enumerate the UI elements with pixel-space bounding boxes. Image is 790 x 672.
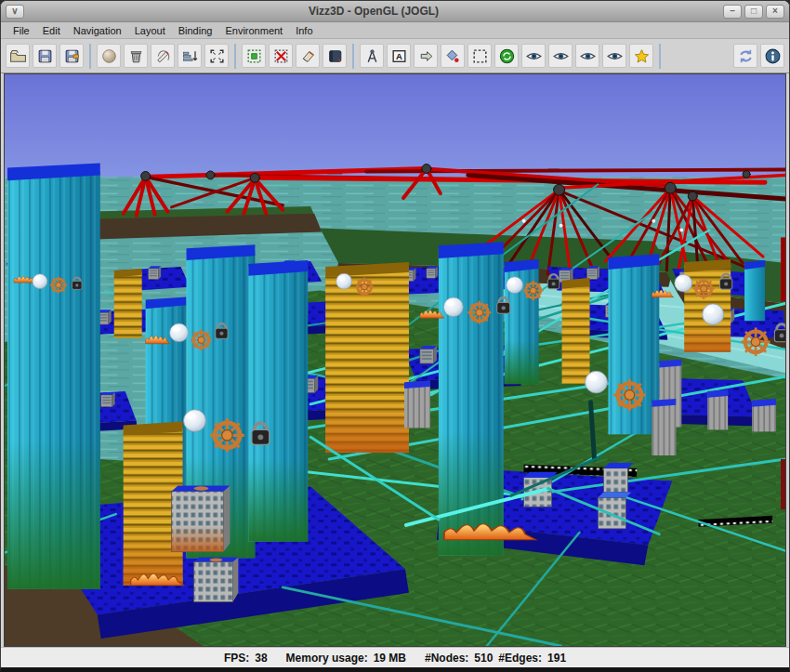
floppy-disk-icon [36, 47, 54, 65]
menu-binding[interactable]: Binding [172, 24, 219, 37]
save-button[interactable] [33, 44, 57, 68]
ship-wheel-gear-icon [467, 301, 491, 324]
sphere-icon [100, 47, 118, 65]
viewport-frame [1, 73, 789, 647]
glass-sphere-icon [184, 410, 206, 432]
ship-wheel-gear-icon [191, 329, 212, 350]
menu-layout[interactable]: Layout [128, 24, 172, 37]
maximize-button[interactable]: □ [744, 5, 763, 19]
paint-button[interactable] [151, 44, 175, 68]
notebook-icon [326, 47, 344, 65]
fit-to-view-button[interactable] [204, 44, 229, 68]
visibility-3-button[interactable] [575, 44, 599, 68]
paintbrush-icon [154, 47, 172, 65]
notebook-button[interactable] [323, 44, 347, 68]
floppy-disk-plus-icon [63, 47, 81, 65]
layers-sort-icon [181, 47, 199, 65]
visibility-4-button[interactable] [602, 44, 626, 68]
trash-icon [127, 47, 145, 65]
ship-wheel-gear-icon [693, 278, 715, 299]
eye-icon [552, 47, 570, 65]
toolbar-separator [659, 44, 661, 69]
folder-open-icon [9, 47, 27, 65]
window-title: Vizz3D - OpenGL (JOGL) [24, 5, 723, 18]
eye-icon [579, 47, 597, 65]
glass-sphere-icon [33, 274, 47, 289]
ship-wheel-gear-icon [523, 281, 544, 301]
select-area-button[interactable] [242, 44, 266, 68]
visibility-2-button[interactable] [548, 44, 573, 68]
visibility-1-button[interactable] [521, 44, 546, 68]
titlebar[interactable]: ∨ Vizz3D - OpenGL (JOGL) – □ × [1, 1, 789, 22]
edges-label: #Edges: [498, 652, 542, 665]
eraser-icon [299, 47, 317, 65]
glass-sphere-icon [586, 371, 608, 393]
compass-icon [363, 47, 381, 65]
close-button[interactable]: × [766, 5, 784, 19]
ship-wheel-gear-icon [50, 277, 67, 294]
delete-button[interactable] [124, 44, 148, 68]
star-icon [633, 47, 651, 65]
selection-add-icon [245, 47, 263, 65]
fps-value: 38 [255, 652, 267, 665]
ship-wheel-gear-icon [742, 327, 770, 356]
glass-sphere-icon [336, 273, 352, 289]
text-label-button[interactable]: A [387, 44, 411, 68]
scene-svg [5, 74, 785, 646]
eraser-button[interactable] [296, 44, 320, 68]
toolbar: A [1, 39, 789, 73]
gl-viewport[interactable] [4, 73, 786, 647]
eye-icon [525, 47, 543, 65]
clear-selection-button[interactable] [269, 44, 293, 68]
statusbar: FPS:38 Memory usage:19 MB #Nodes:510 #Ed… [1, 647, 789, 667]
vizz3d-window: ∨ Vizz3D - OpenGL (JOGL) – □ × File Edit… [0, 0, 790, 672]
menu-file[interactable]: File [7, 24, 36, 37]
minimize-button[interactable]: – [723, 5, 742, 19]
favorites-button[interactable] [629, 44, 653, 68]
memory-label: Memory usage: [286, 652, 368, 665]
info-button[interactable] [760, 44, 784, 68]
add-sphere-button[interactable] [97, 44, 121, 68]
svg-text:A: A [396, 50, 402, 60]
menu-info[interactable]: Info [289, 24, 319, 37]
save-as-button[interactable] [59, 44, 84, 68]
step-forward-button[interactable] [414, 44, 438, 68]
glass-sphere-icon [675, 274, 692, 292]
reset-view-icon [498, 47, 516, 65]
measure-button[interactable] [360, 44, 384, 68]
ship-wheel-gear-icon [210, 418, 244, 452]
selection-box-icon [471, 47, 489, 65]
reset-view-button[interactable] [494, 44, 519, 68]
sort-layers-button[interactable] [178, 44, 202, 68]
menu-environment[interactable]: Environment [218, 24, 289, 37]
glass-sphere-icon [170, 323, 189, 342]
menu-navigation[interactable]: Navigation [67, 24, 128, 37]
ship-wheel-gear-icon [355, 277, 375, 296]
nodes-value: 510 [474, 652, 493, 665]
glass-tower-large[interactable] [7, 164, 100, 589]
nodes-label: #Nodes: [425, 652, 468, 665]
node-filter-button[interactable] [441, 44, 465, 68]
open-button[interactable] [6, 44, 30, 68]
arrow-right-icon [417, 47, 435, 65]
text-label-icon: A [390, 47, 408, 65]
swap-views-button[interactable] [733, 44, 757, 68]
memory-value: 19 MB [374, 652, 406, 665]
toolbar-separator [89, 44, 91, 69]
glass-sphere-icon [507, 277, 523, 294]
toolbar-separator [352, 44, 354, 69]
node-filter-icon [444, 47, 462, 65]
sync-icon [737, 47, 755, 65]
menubar: File Edit Navigation Layout Binding Envi… [1, 22, 789, 39]
fps-label: FPS: [224, 652, 249, 665]
info-icon [764, 47, 782, 65]
eye-icon [606, 47, 624, 65]
selection-box-button[interactable] [467, 44, 492, 68]
ship-wheel-gear-icon [613, 379, 645, 411]
window-menu-button[interactable]: ∨ [6, 5, 24, 19]
glass-sphere-icon [703, 304, 724, 325]
menu-edit[interactable]: Edit [36, 24, 67, 37]
fit-view-icon [208, 47, 226, 65]
glass-sphere-icon [443, 297, 463, 317]
selection-remove-icon [272, 47, 290, 65]
